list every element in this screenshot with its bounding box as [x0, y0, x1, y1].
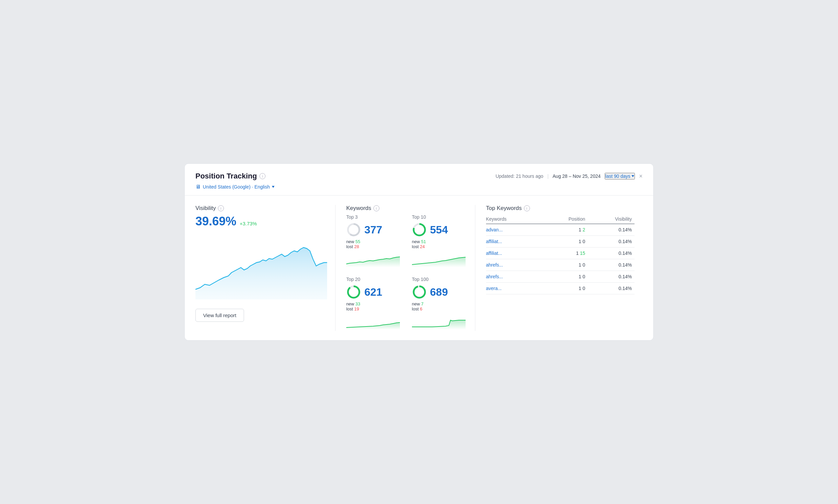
visibility-cell: 0.14%: [588, 248, 634, 259]
visibility-value-row: 39.69% +3.73%: [195, 214, 327, 228]
visibility-cell: 0.14%: [588, 224, 634, 236]
top-keywords-label: Top Keywords: [486, 205, 522, 212]
table-row: affiliat...1 00.14%: [486, 236, 634, 248]
top3-lost: 28: [354, 244, 359, 249]
position-change: 2: [583, 227, 585, 232]
chevron-down-icon: [632, 175, 634, 177]
visibility-cell: 0.14%: [588, 283, 634, 294]
top10-value-row: 554: [412, 222, 467, 237]
top100-mini-chart: [412, 313, 466, 329]
top-keywords-table: Keywords Position Visibility advan...1 2…: [486, 214, 634, 294]
top20-number: 621: [364, 286, 382, 299]
position-zero: 0: [583, 274, 585, 279]
col-header-keywords: Keywords: [486, 214, 542, 224]
page-title: Position Tracking: [195, 172, 257, 180]
top10-lost-stat: lost 24: [412, 244, 467, 249]
top100-lost: 6: [420, 306, 422, 311]
top3-mini-chart: [346, 251, 400, 267]
position-zero: 0: [583, 262, 585, 268]
top100-label: Top 100: [412, 276, 467, 282]
top10-number: 554: [430, 224, 448, 236]
top-keywords-section: Top Keywords i Keywords Position Visibil…: [475, 205, 643, 331]
top3-number: 377: [364, 224, 382, 236]
position-zero: 0: [583, 286, 585, 291]
visibility-cell: 0.14%: [588, 259, 634, 271]
top10-label: Top 10: [412, 214, 467, 220]
top10-donut: [412, 222, 427, 237]
location-label: United States (Google) · English: [203, 184, 270, 190]
keyword-cell[interactable]: advan...: [486, 224, 542, 236]
visibility-percentage: 39.69%: [195, 214, 236, 228]
visibility-chart: [195, 232, 327, 300]
position-value: 1: [579, 274, 581, 279]
top100-stats: new 7: [412, 301, 467, 306]
monitor-icon: 🖥: [195, 184, 201, 190]
last-days-button[interactable]: last 90 days: [605, 173, 635, 180]
table-body: advan...1 20.14%affiliat...1 00.14%affil…: [486, 224, 634, 294]
position-value: 1: [579, 286, 581, 291]
table-header-row: Keywords Position Visibility: [486, 214, 634, 224]
position-value: 1: [576, 251, 579, 256]
title-row: Position Tracking i: [195, 172, 266, 180]
top20-stats: new 33: [346, 301, 401, 306]
top3-lost-stat: lost 28: [346, 244, 401, 249]
top3-box: Top 3 377 new 55 lost 28: [346, 214, 401, 269]
svg-point-5: [348, 286, 359, 298]
top100-value-row: 689: [412, 285, 467, 300]
top20-lost: 19: [354, 306, 359, 311]
position-cell: 1 0: [542, 236, 588, 248]
keyword-cell[interactable]: affiliat...: [486, 236, 542, 248]
top100-new: 7: [421, 301, 423, 306]
position-cell: 1 0: [542, 283, 588, 294]
top10-box: Top 10 554 new 51 lost 24: [412, 214, 467, 269]
position-value: 1: [579, 262, 581, 268]
top20-box: Top 20 621 new 33 lost 19: [346, 276, 401, 331]
top-keywords-info-icon[interactable]: i: [524, 205, 530, 211]
keywords-title: Keywords i: [346, 205, 467, 212]
svg-point-7: [414, 286, 425, 298]
keyword-cell[interactable]: avera...: [486, 283, 542, 294]
title-info-icon[interactable]: i: [259, 173, 266, 179]
top3-stats: new 55: [346, 239, 401, 244]
top100-number: 689: [430, 286, 448, 299]
position-cell: 1 2: [542, 224, 588, 236]
visibility-section: Visibility i 39.69% +3.73%: [195, 205, 335, 331]
table-row: ahrefs...1 00.14%: [486, 259, 634, 271]
top20-donut: [346, 285, 361, 300]
meta-separator: |: [547, 174, 549, 179]
top3-new: 55: [355, 239, 360, 244]
keywords-section: Keywords i Top 3 377 new 55: [335, 205, 475, 331]
position-value: 1: [579, 227, 581, 232]
keyword-cell[interactable]: ahrefs...: [486, 271, 542, 283]
date-range: Aug 28 – Nov 25, 2024: [553, 174, 601, 179]
keywords-info-icon[interactable]: i: [373, 205, 379, 211]
position-value: 1: [579, 239, 581, 244]
card-body: Visibility i 39.69% +3.73%: [185, 196, 653, 340]
keyword-cell[interactable]: affiliat...: [486, 248, 542, 259]
visibility-label: Visibility: [195, 205, 216, 212]
table-row: avera...1 00.14%: [486, 283, 634, 294]
keywords-label: Keywords: [346, 205, 371, 212]
location-chevron-icon: [272, 186, 275, 188]
col-header-position: Position: [542, 214, 588, 224]
position-tracking-card: Position Tracking i Updated: 21 hours ag…: [184, 163, 654, 341]
table-row: affiliat...1 150.14%: [486, 248, 634, 259]
top20-new: 33: [355, 301, 360, 306]
view-full-report-button[interactable]: View full report: [195, 309, 244, 322]
header-meta: Updated: 21 hours ago | Aug 28 – Nov 25,…: [495, 173, 643, 180]
top-keywords-title: Top Keywords i: [486, 205, 634, 212]
table-header: Keywords Position Visibility: [486, 214, 634, 224]
position-zero: 0: [583, 239, 585, 244]
visibility-info-icon[interactable]: i: [218, 205, 224, 211]
visibility-cell: 0.14%: [588, 271, 634, 283]
keyword-cell[interactable]: ahrefs...: [486, 259, 542, 271]
top10-new: 51: [421, 239, 426, 244]
location-selector[interactable]: 🖥 United States (Google) · English: [195, 184, 643, 190]
close-icon[interactable]: ×: [639, 173, 643, 179]
top3-donut: [346, 222, 361, 237]
top100-box: Top 100 689 new 7 lost 6: [412, 276, 467, 331]
top3-label: Top 3: [346, 214, 401, 220]
visibility-title: Visibility i: [195, 205, 327, 212]
card-header: Position Tracking i Updated: 21 hours ag…: [185, 164, 653, 196]
table-row: ahrefs...1 00.14%: [486, 271, 634, 283]
